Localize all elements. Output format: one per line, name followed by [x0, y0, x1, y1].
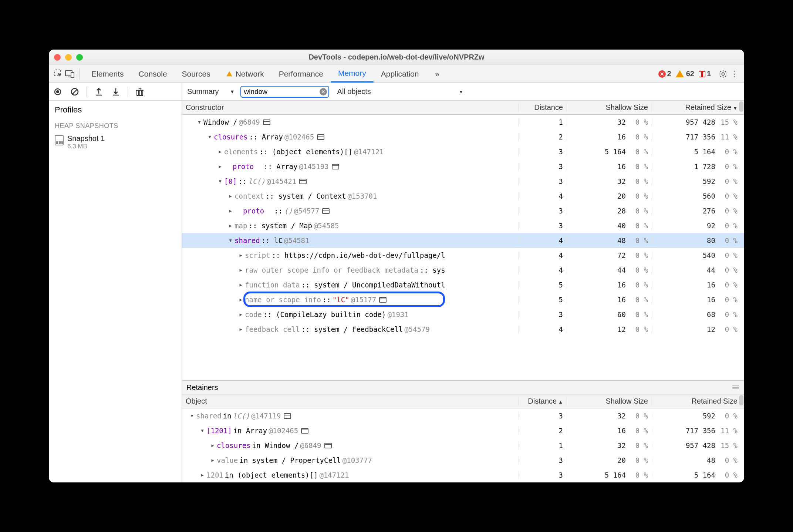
tab-network[interactable]: Network: [218, 65, 271, 83]
table-row[interactable]: ▶closures in Window / @6849 1320 %957 42…: [182, 438, 744, 453]
constructor-rows[interactable]: ▼Window / @6849 1320 %957 42815 %▼closur…: [182, 115, 744, 380]
tab-console[interactable]: Console: [131, 65, 175, 83]
gc-button[interactable]: [135, 87, 145, 97]
window-context-icon: [301, 428, 308, 434]
table-row[interactable]: ▶code :: (CompileLazy builtin code) @193…: [182, 307, 744, 322]
retainer-rows[interactable]: ▼shared in lC() @147119 3320 %5920 %▼[12…: [182, 408, 744, 482]
issues-count[interactable]: ❚❚ 1: [699, 70, 711, 78]
expand-icon[interactable]: ▶: [200, 472, 205, 478]
snapshot-icon: [55, 135, 64, 145]
col-distance[interactable]: Distance▲: [519, 397, 567, 405]
close-window-button[interactable]: [54, 54, 61, 61]
col-constructor[interactable]: Constructor: [182, 103, 519, 112]
clear-button[interactable]: [70, 87, 80, 97]
table-row[interactable]: ▶1201 in (object elements)[] @14712135 1…: [182, 468, 744, 482]
sort-desc-icon: ▼: [733, 105, 738, 111]
col-distance[interactable]: Distance: [519, 103, 567, 112]
expand-icon[interactable]: ▶: [238, 327, 243, 332]
tab-memory[interactable]: Memory: [331, 65, 374, 83]
col-shallow[interactable]: Shallow Size: [567, 397, 652, 405]
maximize-window-button[interactable]: [76, 54, 83, 61]
expand-icon[interactable]: ▶: [217, 164, 223, 169]
svg-point-5: [56, 90, 59, 93]
table-row[interactable]: ▶context :: system / Context @1537014200…: [182, 189, 744, 203]
expand-icon[interactable]: ▶: [228, 223, 233, 228]
expand-icon[interactable]: ▶: [238, 267, 243, 273]
table-row[interactable]: ▶raw_outer_scope_info_or_feedback_metada…: [182, 263, 744, 277]
collapse-icon[interactable]: ▼: [217, 179, 223, 184]
device-toolbar-icon[interactable]: [65, 69, 75, 79]
collapse-icon[interactable]: ▼: [197, 119, 202, 125]
table-row[interactable]: ▶function_data :: system / UncompiledDat…: [182, 277, 744, 292]
expand-icon[interactable]: ▶: [228, 193, 233, 199]
table-row[interactable]: ▼shared in lC() @147119 3320 %5920 %: [182, 408, 744, 423]
settings-icon[interactable]: [718, 69, 728, 79]
svg-point-3: [722, 73, 725, 75]
titlebar: DevTools - codepen.io/web-dot-dev/live/o…: [49, 50, 744, 65]
save-button[interactable]: [111, 87, 121, 97]
table-row[interactable]: ▶map :: system / Map @545853400 %920 %: [182, 218, 744, 233]
more-panels-button[interactable]: »: [428, 65, 447, 83]
table-row[interactable]: ▼Window / @6849 1320 %957 42815 %: [182, 115, 744, 129]
separator: [87, 87, 87, 97]
traffic-lights: [54, 54, 83, 61]
error-icon: ✕: [658, 70, 666, 78]
table-row[interactable]: ▼shared :: lC @545814480 %800 %: [182, 233, 744, 248]
resize-handle[interactable]: [732, 385, 739, 389]
expand-icon[interactable]: ▶: [210, 443, 215, 448]
snapshot-item[interactable]: Snapshot 1 6.3 MB: [49, 132, 182, 152]
record-button[interactable]: [53, 87, 63, 97]
main-toolbar: ElementsConsoleSourcesNetworkPerformance…: [49, 65, 744, 83]
table-row[interactable]: ▶feedback_cell :: system / FeedbackCell …: [182, 322, 744, 337]
collapse-icon[interactable]: ▼: [207, 134, 212, 139]
view-dropdown[interactable]: Summary: [187, 87, 234, 96]
warning-count[interactable]: 62: [676, 70, 694, 78]
svg-rect-2: [71, 73, 74, 78]
collapse-icon[interactable]: ▼: [189, 413, 195, 418]
table-row[interactable]: ▶name_or_scope_info :: "lC" @15177 5160 …: [182, 292, 744, 307]
scrollbar-top[interactable]: [739, 101, 743, 112]
tab-elements[interactable]: Elements: [84, 65, 131, 83]
retainers-header: Retainers: [182, 380, 744, 394]
tab-performance[interactable]: Performance: [271, 65, 331, 83]
snapshot-name: Snapshot 1: [67, 134, 105, 143]
expand-icon[interactable]: ▶: [238, 297, 243, 302]
error-count[interactable]: ✕ 2: [658, 70, 671, 78]
table-row[interactable]: ▶elements :: (object elements)[] @147121…: [182, 144, 744, 159]
expand-icon[interactable]: ▶: [228, 208, 233, 213]
table-row[interactable]: ▶__proto__ :: Array @145193 3160 %1 7280…: [182, 159, 744, 174]
col-retained[interactable]: Retained Size: [652, 397, 744, 405]
window-context-icon: [263, 119, 270, 125]
load-button[interactable]: [94, 87, 104, 97]
expand-icon[interactable]: ▶: [238, 253, 243, 258]
scrollbar-top[interactable]: [739, 395, 743, 405]
window-context-icon: [324, 443, 332, 448]
expand-icon[interactable]: ▶: [238, 282, 243, 287]
table-row[interactable]: ▼[0] :: lC() @145421 3320 %5920 %: [182, 174, 744, 189]
window-context-icon: [332, 164, 339, 169]
more-menu-icon[interactable]: ⋮: [729, 69, 739, 79]
main-area: Profiles HEAP SNAPSHOTS Snapshot 1 6.3 M…: [49, 101, 744, 482]
collapse-icon[interactable]: ▼: [228, 238, 233, 243]
collapse-icon[interactable]: ▼: [200, 428, 205, 433]
col-shallow[interactable]: Shallow Size: [567, 103, 652, 112]
object-scope-dropdown[interactable]: All objects ▾: [337, 87, 462, 96]
tab-sources[interactable]: Sources: [175, 65, 218, 83]
table-row[interactable]: ▶__proto__ :: () @54577 3280 %2760 %: [182, 203, 744, 218]
table-row[interactable]: ▶value in system / PropertyCell @1037773…: [182, 453, 744, 468]
devtools-window: DevTools - codepen.io/web-dot-dev/live/o…: [49, 50, 744, 482]
clear-filter-button[interactable]: ✕: [320, 88, 327, 95]
inspect-icon[interactable]: [54, 69, 64, 79]
col-object[interactable]: Object: [182, 397, 519, 405]
class-filter-input[interactable]: [240, 86, 329, 98]
table-row[interactable]: ▶script :: https://cdpn.io/web-dot-dev/f…: [182, 248, 744, 263]
col-retained[interactable]: Retained Size▼: [652, 103, 744, 112]
table-row[interactable]: ▼[1201] in Array @102465 2160 %717 35611…: [182, 423, 744, 438]
expand-icon[interactable]: ▶: [217, 149, 223, 154]
expand-icon[interactable]: ▶: [210, 458, 215, 463]
tab-application[interactable]: Application: [374, 65, 426, 83]
minimize-window-button[interactable]: [65, 54, 72, 61]
expand-icon[interactable]: ▶: [238, 312, 243, 317]
table-row[interactable]: ▼closures :: Array @102465 2160 %717 356…: [182, 129, 744, 144]
sidebar-title: Profiles: [49, 101, 182, 119]
